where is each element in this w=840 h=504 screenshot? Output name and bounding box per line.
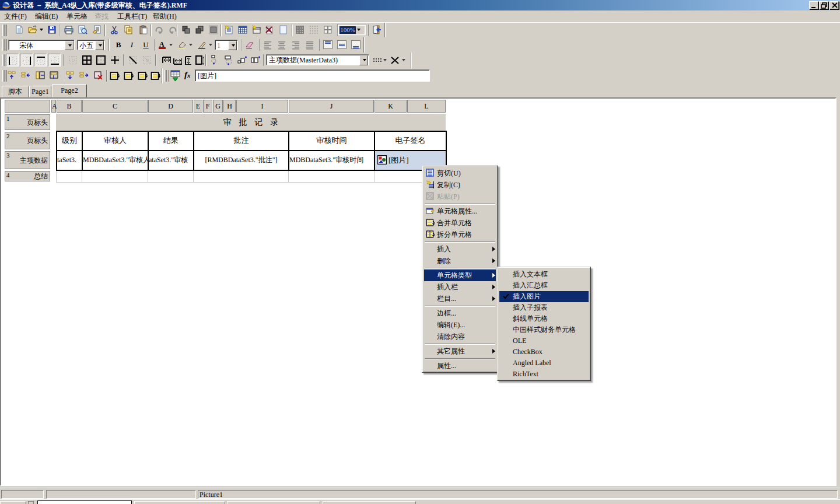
svg-text:A: A: [159, 40, 164, 48]
